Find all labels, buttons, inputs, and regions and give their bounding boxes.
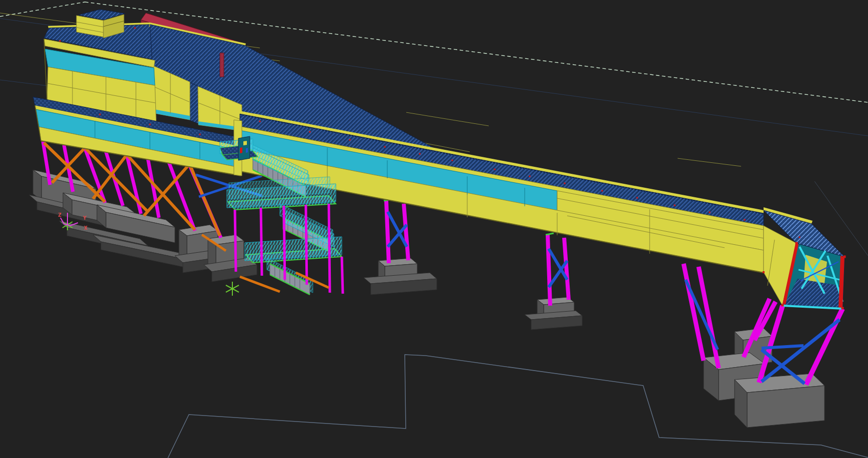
connection-mark [99, 114, 101, 115]
connection-mark [564, 183, 566, 184]
connection-mark [602, 190, 603, 192]
connection-mark [419, 153, 421, 155]
model-viewport[interactable]: ZYX [0, 0, 868, 458]
trestle1-column-1[interactable] [386, 201, 389, 263]
trestle2-column-1[interactable] [548, 235, 550, 306]
connection-mark [799, 237, 801, 238]
grid-line-pale-1 [0, 2, 85, 16]
door-detail-blue [246, 148, 248, 153]
connection-mark [199, 134, 201, 135]
trestle2-column-2[interactable] [564, 238, 569, 300]
conveyor-support-post[interactable] [220, 53, 224, 77]
connection-mark [134, 27, 136, 29]
roof-step-tread[interactable] [189, 82, 199, 124]
connection-mark [674, 205, 676, 206]
grid-line-olive-4 [678, 158, 741, 166]
trestle2-baseplate [546, 233, 554, 235]
door-detail-red [240, 147, 242, 153]
stair-post-4[interactable] [306, 205, 307, 285]
stair-post-6[interactable] [342, 257, 343, 294]
connection-mark [637, 197, 638, 199]
connection-mark [59, 40, 61, 42]
connection-mark [149, 124, 151, 125]
axis-label-y: Y [83, 215, 86, 221]
trestle1-column-2[interactable] [404, 204, 408, 260]
end-corner-mark-3 [782, 304, 784, 307]
axis-label-x: X [84, 225, 87, 231]
end-corner-mark-5 [763, 271, 765, 273]
footing-front-front[interactable] [747, 386, 825, 428]
connection-mark [384, 146, 386, 148]
door-detail-yellow [243, 141, 247, 145]
connection-mark [259, 121, 261, 122]
end-corner-mark-2 [844, 256, 846, 258]
connection-mark [349, 139, 351, 141]
structural-model-canvas[interactable]: ZYX [0, 0, 868, 458]
axis-label-z: Z [58, 212, 61, 218]
stair-post-2[interactable] [261, 208, 262, 276]
end-corner-mark-1 [796, 242, 798, 245]
connection-mark [494, 169, 496, 170]
stair-brace-1[interactable] [240, 277, 280, 292]
connection-mark [309, 131, 311, 133]
stair-post-1[interactable] [235, 210, 236, 272]
stair-post-3[interactable] [284, 206, 285, 280]
connection-mark [452, 160, 453, 161]
grid-line-olive-2 [406, 112, 489, 126]
connection-mark [744, 219, 746, 221]
end-corner-mark-4 [842, 307, 844, 310]
upper-wall-edge [44, 39, 47, 100]
connection-mark [709, 212, 711, 213]
stair-post-5[interactable] [329, 204, 330, 293]
connection-mark [529, 176, 531, 177]
